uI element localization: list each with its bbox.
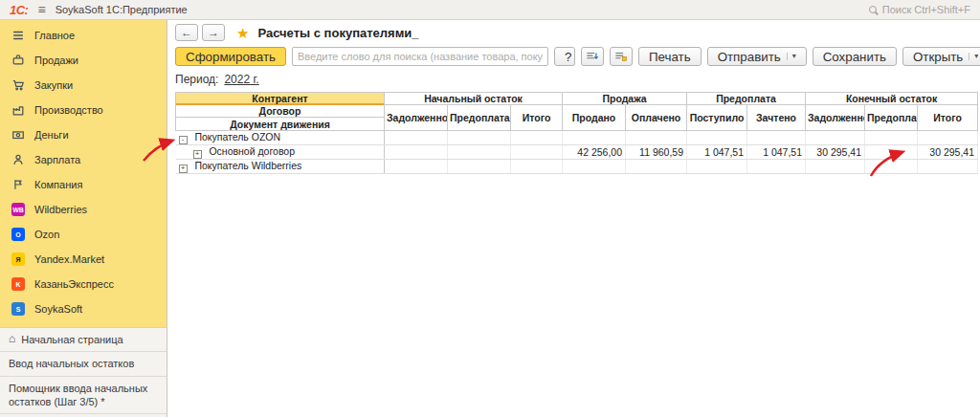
col-header: Поступило bbox=[687, 105, 747, 131]
header-kontragent[interactable]: Контрагент bbox=[176, 93, 384, 105]
row-label: Основной договор bbox=[209, 145, 295, 157]
sidebar-item-kompaniya[interactable]: Компания bbox=[0, 172, 167, 197]
cell[interactable] bbox=[511, 145, 563, 160]
period-row: Период: 2022 г. bbox=[167, 68, 980, 90]
table-row: - Покупатель OZON bbox=[176, 131, 978, 145]
cell[interactable] bbox=[385, 131, 448, 145]
cell[interactable] bbox=[747, 160, 806, 174]
cell[interactable]: 30 295,41 bbox=[918, 145, 978, 160]
sidebar-item-kazanexpress[interactable]: K КазаньЭкспресс bbox=[0, 272, 167, 296]
report-search-input[interactable] bbox=[292, 47, 548, 66]
cell[interactable]: 30 295,41 bbox=[806, 145, 865, 160]
cell[interactable] bbox=[806, 160, 865, 174]
sidebar-item-home-page[interactable]: ⌂ Начальная страница bbox=[0, 328, 167, 352]
sidebar-item-soykasoft[interactable]: S SoykaSoft bbox=[0, 296, 167, 321]
report-toolbar: Сформировать ? Печать Отправить ▾ С bbox=[167, 45, 980, 68]
col-header: Задолженность bbox=[806, 105, 865, 131]
money-icon bbox=[11, 127, 26, 143]
sidebar-item-wildberries[interactable]: WB Wildberries bbox=[0, 197, 167, 222]
factory-icon bbox=[11, 102, 26, 118]
group-header-closing-balance: Конечный остаток bbox=[806, 93, 978, 105]
window-title: SoykaSoft 1С:Предприятие bbox=[56, 4, 188, 15]
sidebar-item-prodazhi[interactable]: Продажи bbox=[0, 48, 167, 73]
yandex-market-logo-icon: Я bbox=[11, 252, 26, 267]
expand-expander-icon[interactable]: + bbox=[193, 150, 202, 159]
print-button[interactable]: Печать bbox=[638, 47, 702, 66]
period-label: Период: bbox=[175, 73, 218, 86]
sidebar-item-opening-balances[interactable]: Ввод начальных остатков bbox=[0, 352, 167, 376]
cell[interactable]: 42 256,00 bbox=[563, 145, 626, 160]
col-header: Итого bbox=[918, 105, 978, 131]
col-header: Задолженность bbox=[385, 105, 448, 131]
cell[interactable] bbox=[687, 131, 747, 145]
sidebar-item-dengi[interactable]: Деньги bbox=[0, 122, 167, 147]
forward-button[interactable]: → bbox=[202, 24, 225, 41]
help-button[interactable]: ? bbox=[554, 47, 575, 66]
cell[interactable]: 1 047,51 bbox=[747, 145, 806, 160]
tree-column-header: Контрагент Договор Документ движения bbox=[176, 93, 385, 131]
navigation-row: ← → ★ Расчеты с покупателями_ bbox=[167, 20, 980, 45]
collapse-expander-icon[interactable]: - bbox=[179, 136, 188, 144]
cell[interactable] bbox=[448, 160, 511, 174]
sidebar-item-proizvodstvo[interactable]: Производство bbox=[0, 98, 167, 122]
open-button[interactable]: Открыть ▾ bbox=[902, 47, 980, 66]
sidebar-item-balance-wizard[interactable]: Помощник ввода начальных остатков (Шаг 3… bbox=[0, 377, 167, 415]
col-header: Зачтено bbox=[747, 105, 806, 131]
cell[interactable] bbox=[385, 160, 448, 174]
cell[interactable] bbox=[687, 160, 747, 174]
home-icon: ⌂ bbox=[9, 333, 15, 345]
cell[interactable] bbox=[511, 160, 563, 174]
cell[interactable] bbox=[865, 145, 918, 160]
cell[interactable] bbox=[865, 160, 918, 174]
sidebar-item-zarplata[interactable]: Зарплата bbox=[0, 147, 167, 172]
sidebar-item-yandex-market[interactable]: Я Yandex.Market bbox=[0, 247, 167, 272]
cell[interactable] bbox=[385, 145, 448, 160]
period-value-link[interactable]: 2022 г. bbox=[224, 73, 258, 86]
send-button[interactable]: Отправить ▾ bbox=[707, 47, 807, 66]
sidebar-item-glavnoe[interactable]: Главное bbox=[0, 23, 167, 48]
cell[interactable]: 1 047,51 bbox=[687, 145, 747, 160]
page-title: Расчеты с покупателями_ bbox=[257, 26, 418, 40]
back-button[interactable]: ← bbox=[175, 24, 198, 41]
col-header: Предоплата bbox=[865, 105, 918, 131]
cell[interactable] bbox=[865, 131, 918, 145]
col-header: Продано bbox=[563, 105, 626, 131]
cell[interactable] bbox=[626, 160, 687, 174]
cell[interactable] bbox=[806, 131, 865, 145]
sidebar-item-zakupki[interactable]: Закупки bbox=[0, 73, 167, 98]
cell[interactable] bbox=[563, 131, 626, 145]
generate-button[interactable]: Сформировать bbox=[175, 47, 286, 66]
list-arrow-icon bbox=[586, 50, 599, 63]
cell[interactable] bbox=[448, 131, 511, 145]
cell[interactable] bbox=[918, 160, 978, 174]
chevron-down-icon: ▾ bbox=[969, 53, 978, 60]
list-settings-icon bbox=[614, 50, 628, 63]
tree-cell[interactable]: - Покупатель OZON bbox=[176, 131, 385, 145]
cell[interactable] bbox=[626, 131, 687, 145]
report-settings-icon-button[interactable] bbox=[610, 47, 633, 66]
header-dokument: Документ движения bbox=[176, 118, 384, 130]
global-search[interactable]: Поиск Ctrl+Shift+F bbox=[869, 4, 970, 15]
cell[interactable] bbox=[918, 131, 978, 145]
1c-logo: 1С: bbox=[10, 3, 28, 17]
save-button[interactable]: Сохранить bbox=[813, 47, 897, 66]
top-bar: 1С: ≡ SoykaSoft 1С:Предприятие Поиск Ctr… bbox=[0, 0, 980, 20]
soykasoft-logo-icon: S bbox=[11, 301, 26, 317]
cell[interactable]: 11 960,59 bbox=[626, 145, 687, 160]
ozon-logo-icon: O bbox=[11, 227, 26, 242]
report-grid: Контрагент Договор Документ движения Нач… bbox=[175, 92, 980, 174]
cell[interactable] bbox=[448, 145, 511, 160]
tree-cell[interactable]: + Основной договор bbox=[176, 145, 385, 160]
cell[interactable] bbox=[511, 131, 563, 145]
tree-cell[interactable]: + Покупатель Wildberries bbox=[176, 160, 385, 174]
sidebar-item-ozon[interactable]: O Ozon bbox=[0, 222, 167, 247]
favorite-star-icon[interactable]: ★ bbox=[236, 26, 249, 40]
global-search-text: Поиск Ctrl+Shift+F bbox=[882, 4, 970, 15]
group-header-sales: Продажа bbox=[563, 93, 687, 105]
cell[interactable] bbox=[563, 160, 626, 174]
cell[interactable] bbox=[747, 131, 806, 145]
expand-expander-icon[interactable]: + bbox=[179, 165, 188, 173]
expand-groups-icon-button[interactable] bbox=[581, 47, 604, 66]
col-header: Оплачено bbox=[626, 105, 687, 131]
main-menu-icon[interactable]: ≡ bbox=[37, 3, 45, 16]
